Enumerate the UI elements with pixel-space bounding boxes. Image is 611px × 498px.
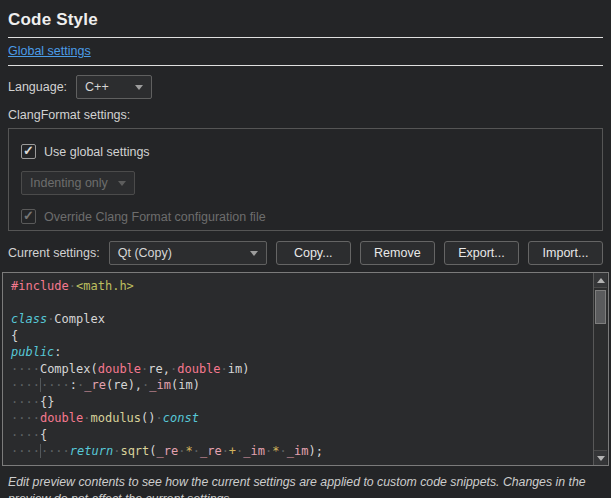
scroll-up-button[interactable]	[594, 273, 607, 288]
code-line: ····double·modulus()·const	[11, 410, 588, 427]
current-settings-select[interactable]: Qt (Copy)	[109, 241, 267, 265]
indenting-mode-select: Indenting only	[21, 171, 135, 195]
code-line: ········:·_re(re),·_im(im)	[11, 377, 588, 394]
remove-button[interactable]: Remove	[360, 241, 435, 265]
code-line: ········return·sqrt(_re·*·_re·+·_im·*·_i…	[11, 443, 588, 460]
separator	[8, 65, 603, 66]
use-global-settings-label: Use global settings	[44, 145, 150, 159]
export-button[interactable]: Export...	[444, 241, 519, 265]
triangle-down-icon	[597, 456, 605, 461]
code-line: ····{	[11, 427, 588, 444]
import-button[interactable]: Import...	[528, 241, 603, 265]
code-line	[11, 295, 588, 312]
code-line: #include·<math.h>	[11, 278, 588, 295]
triangle-up-icon	[597, 278, 605, 283]
clangformat-group: Use global settings Indenting only Overr…	[8, 128, 603, 231]
chevron-down-icon	[118, 181, 126, 186]
copy-button[interactable]: Copy...	[276, 241, 351, 265]
override-clangformat-checkbox: Override Clang Format configuration file	[21, 209, 590, 224]
override-clangformat-label: Override Clang Format configuration file	[44, 210, 266, 224]
code-line: class·Complex	[11, 311, 588, 328]
code-line: ····{}	[11, 394, 588, 411]
chevron-down-icon	[250, 251, 258, 256]
code-preview-editor[interactable]: #include·<math.h> class·Complex{public:·…	[2, 272, 609, 466]
indenting-mode-value: Indenting only	[30, 176, 108, 190]
language-select[interactable]: C++	[76, 75, 152, 99]
current-settings-value: Qt (Copy)	[118, 246, 172, 260]
vertical-scrollbar[interactable]	[593, 273, 608, 465]
footer-note: Edit preview contents to see how the cur…	[8, 474, 603, 498]
page-title: Code Style	[8, 10, 603, 30]
separator	[8, 37, 603, 38]
checkbox-icon[interactable]	[21, 144, 36, 159]
global-settings-link[interactable]: Global settings	[8, 44, 91, 58]
language-select-value: C++	[85, 80, 109, 94]
chevron-down-icon	[135, 85, 143, 90]
scroll-down-button[interactable]	[594, 450, 607, 465]
checkbox-icon	[21, 209, 36, 224]
use-global-settings-checkbox[interactable]: Use global settings	[21, 144, 590, 159]
scrollbar-thumb[interactable]	[595, 290, 606, 324]
language-label: Language:	[8, 80, 67, 94]
code-area[interactable]: #include·<math.h> class·Complex{public:·…	[3, 273, 608, 460]
code-line: ····Complex(double·re,·double·im)	[11, 361, 588, 378]
clangformat-settings-label: ClangFormat settings:	[8, 108, 603, 122]
current-settings-label: Current settings:	[8, 246, 100, 260]
code-line: {	[11, 328, 588, 345]
code-line: public:	[11, 344, 588, 361]
